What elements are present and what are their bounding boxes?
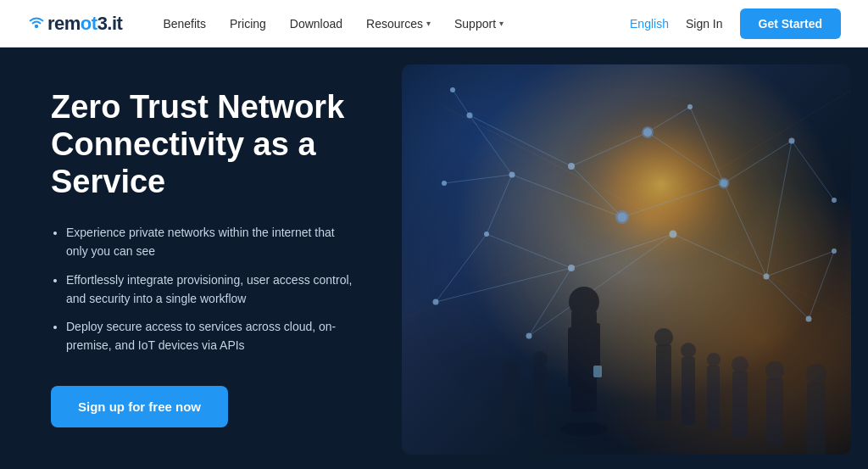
nav-support[interactable]: Support ▾: [454, 17, 504, 31]
svg-rect-56: [593, 366, 602, 377]
svg-point-34: [832, 198, 837, 203]
svg-point-29: [467, 113, 473, 119]
nav-language[interactable]: English: [630, 17, 669, 31]
nav-links: Benefits Pricing Download Resources ▾ Su…: [163, 17, 630, 31]
logo-text: remot3.it: [47, 13, 122, 35]
signup-button[interactable]: Sign up for free now: [51, 386, 228, 427]
svg-point-42: [442, 181, 447, 186]
svg-rect-53: [568, 327, 578, 387]
get-started-button[interactable]: Get Started: [740, 8, 841, 39]
svg-rect-59: [682, 357, 695, 425]
nav-download[interactable]: Download: [290, 17, 342, 31]
hero-bullets: Experience private networks within the i…: [51, 224, 356, 355]
svg-point-47: [687, 104, 693, 109]
hero-section: Zero Trust Network Connectivity as a Ser…: [0, 47, 868, 469]
svg-point-51: [560, 422, 608, 436]
support-chevron-icon: ▾: [499, 19, 504, 28]
svg-point-49: [642, 126, 654, 138]
svg-point-46: [450, 87, 455, 92]
svg-point-60: [681, 343, 696, 358]
svg-point-33: [789, 138, 795, 144]
svg-point-30: [568, 163, 575, 170]
svg-point-41: [832, 248, 837, 254]
svg-point-66: [765, 361, 784, 380]
svg-point-38: [568, 265, 575, 271]
logo-icon: [27, 14, 46, 33]
hero-bullet-2: Effortlessly integrate provisioning, use…: [66, 271, 356, 308]
hero-bullet-1: Experience private networks within the i…: [66, 224, 356, 260]
hero-bullet-3: Deploy secure access to services across …: [66, 318, 356, 355]
svg-point-64: [732, 356, 748, 373]
navbar: remot3.it Benefits Pricing Download Reso…: [0, 0, 868, 47]
svg-point-43: [433, 299, 439, 305]
svg-point-50: [719, 178, 730, 189]
network-graphic: [402, 64, 851, 455]
svg-point-70: [532, 351, 548, 366]
svg-rect-67: [807, 382, 826, 455]
svg-rect-69: [533, 366, 547, 433]
hero-image: [402, 64, 851, 455]
svg-point-36: [509, 172, 515, 178]
hero-title: Zero Trust Network Connectivity as a Ser…: [51, 89, 356, 200]
svg-point-72: [503, 359, 520, 376]
svg-point-45: [806, 316, 812, 322]
hero-left: Zero Trust Network Connectivity as a Ser…: [0, 55, 390, 461]
svg-rect-71: [504, 374, 519, 438]
nav-benefits[interactable]: Benefits: [163, 17, 206, 31]
svg-rect-61: [707, 366, 720, 429]
resources-chevron-icon: ▾: [426, 19, 431, 28]
svg-point-44: [526, 333, 532, 339]
svg-point-55: [569, 287, 599, 317]
svg-rect-65: [766, 378, 783, 446]
svg-point-62: [707, 353, 721, 366]
nav-resources[interactable]: Resources ▾: [366, 17, 431, 31]
logo[interactable]: remot3.it: [27, 13, 122, 35]
svg-point-39: [670, 231, 677, 238]
nav-right: English Sign In Get Started: [630, 8, 841, 39]
svg-point-58: [654, 328, 673, 347]
sign-in-button[interactable]: Sign In: [686, 17, 723, 31]
svg-rect-63: [732, 371, 748, 438]
nav-pricing[interactable]: Pricing: [230, 17, 266, 31]
svg-point-68: [806, 364, 826, 384]
svg-point-37: [484, 232, 489, 237]
svg-point-0: [35, 24, 38, 27]
svg-rect-57: [656, 344, 671, 421]
svg-point-40: [764, 274, 770, 280]
